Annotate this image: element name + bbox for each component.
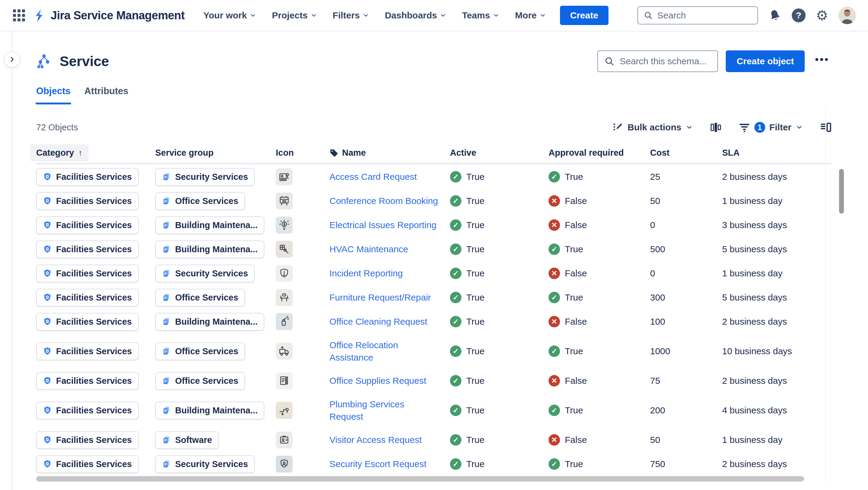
category-chip[interactable]: Facilities Services	[36, 372, 138, 390]
table-row: Facilities ServicesOffice ServicesOffice…	[36, 334, 832, 369]
service-group-chip[interactable]: Office Services	[155, 192, 245, 210]
service-group-chip[interactable]: Security Services	[155, 455, 255, 473]
category-chip[interactable]: Facilities Services	[36, 342, 138, 360]
sla-value: 10 business days	[722, 346, 792, 356]
sla-value: 1 business day	[722, 268, 782, 279]
create-button[interactable]: Create	[560, 6, 609, 25]
user-avatar[interactable]	[838, 7, 856, 24]
expand-sidebar-button[interactable]	[4, 51, 20, 67]
object-name-link[interactable]: Visitor Access Request	[330, 434, 422, 446]
page-title: Service	[60, 53, 109, 69]
sla-value: 2 business days	[722, 317, 787, 327]
column-header-cost[interactable]: Cost	[650, 148, 722, 158]
object-name-link[interactable]: Security Escort Request	[330, 458, 427, 470]
app-switcher-icon[interactable]	[12, 8, 26, 22]
more-options-icon[interactable]: •••	[812, 53, 832, 69]
cost-value: 100	[650, 317, 665, 327]
nav-item-dashboards[interactable]: Dashboards	[385, 10, 446, 21]
category-chip[interactable]: Facilities Services	[36, 240, 138, 258]
nav-item-teams[interactable]: Teams	[462, 10, 499, 21]
tab-attributes[interactable]: Attributes	[84, 86, 128, 105]
detail-view-icon[interactable]	[820, 121, 832, 133]
service-group-chip[interactable]: Building Maintena...	[155, 240, 264, 258]
documents-icon	[162, 196, 171, 205]
x-circle-icon: ✕	[549, 375, 560, 386]
category-chip[interactable]: Facilities Services	[36, 289, 138, 307]
object-name-link[interactable]: Plumbing Services Request	[330, 398, 404, 423]
bulk-actions-button[interactable]: Bulk actions	[613, 122, 692, 133]
service-group-label: Security Services	[175, 268, 248, 279]
service-group-chip[interactable]: Building Maintena...	[155, 217, 264, 234]
object-name-link[interactable]: Furniture Request/Repair	[330, 291, 431, 304]
category-chip[interactable]: Facilities Services	[36, 192, 138, 210]
nav-item-projects[interactable]: Projects	[272, 10, 317, 21]
schema-search-input[interactable]: Search this schema...	[597, 50, 718, 72]
product-logo[interactable]: Jira Service Management	[33, 8, 185, 22]
schema-search-placeholder: Search this schema...	[620, 56, 707, 66]
create-object-button[interactable]: Create object	[726, 50, 805, 72]
sla-value: 5 business days	[722, 244, 787, 254]
column-header-service-group[interactable]: Service group	[155, 148, 276, 158]
x-circle-icon: ✕	[549, 219, 560, 231]
plumbing-icon	[276, 402, 293, 419]
settings-gear-icon[interactable]: ⚙	[816, 8, 828, 22]
x-circle-icon: ✕	[549, 195, 560, 207]
service-group-chip[interactable]: Software	[155, 431, 218, 449]
nav-item-your-work[interactable]: Your work	[204, 10, 256, 21]
object-name-link[interactable]: Access Card Request	[330, 171, 417, 183]
horizontal-scrollbar[interactable]	[36, 476, 804, 482]
service-group-chip[interactable]: Building Maintena...	[155, 313, 264, 331]
category-label: Facilities Services	[56, 405, 132, 415]
object-name-link[interactable]: Incident Reporting	[330, 267, 403, 279]
category-chip[interactable]: Facilities Services	[36, 265, 138, 282]
service-group-chip[interactable]: Building Maintena...	[155, 402, 264, 420]
object-name-link[interactable]: Office Supplies Request	[330, 374, 426, 387]
check-circle-icon: ✓	[450, 195, 461, 207]
category-chip[interactable]: Facilities Services	[36, 217, 138, 234]
object-name-link[interactable]: Office Relocation Assistance	[330, 339, 398, 364]
service-group-chip[interactable]: Office Services	[155, 289, 245, 307]
active-value: True	[466, 459, 485, 469]
shield-icon	[43, 221, 52, 230]
filter-button[interactable]: 1 Filter	[739, 122, 803, 133]
check-circle-icon: ✓	[549, 292, 560, 303]
category-chip[interactable]: Facilities Services	[36, 455, 138, 473]
x-circle-icon: ✕	[549, 268, 560, 279]
nav-item-filters[interactable]: Filters	[333, 10, 369, 21]
column-header-approval-required[interactable]: Approval required	[549, 148, 650, 158]
approval-value: True	[565, 459, 583, 469]
category-chip[interactable]: Facilities Services	[36, 431, 138, 449]
global-search-input[interactable]: Search	[638, 6, 758, 24]
object-name-link[interactable]: Electrical Issues Reporting	[330, 219, 436, 231]
approval-value: False	[565, 317, 587, 327]
column-header-name[interactable]: Name	[330, 148, 450, 158]
check-circle-icon: ✓	[450, 268, 461, 279]
cost-value: 1000	[650, 346, 670, 356]
nav-item-more[interactable]: More	[515, 10, 546, 21]
category-chip[interactable]: Facilities Services	[36, 402, 138, 420]
column-header-category[interactable]: Category↑	[36, 144, 155, 162]
object-name-link[interactable]: Office Cleaning Request	[330, 315, 427, 328]
column-header-sla[interactable]: SLA	[722, 148, 832, 158]
category-chip[interactable]: Facilities Services	[36, 313, 138, 331]
help-icon[interactable]: ?	[792, 8, 806, 22]
service-group-chip[interactable]: Office Services	[155, 372, 245, 390]
service-group-chip[interactable]: Office Services	[155, 342, 245, 360]
column-header-icon[interactable]: Icon	[276, 148, 330, 158]
column-header-active[interactable]: Active	[450, 148, 549, 158]
visitor-icon	[276, 431, 293, 449]
table-row: Facilities ServicesBuilding Maintena...O…	[36, 310, 832, 334]
notifications-bell-icon[interactable]	[768, 9, 781, 22]
furniture-icon	[276, 289, 293, 306]
check-circle-icon: ✓	[450, 405, 461, 416]
category-chip[interactable]: Facilities Services	[36, 168, 138, 186]
object-name-link[interactable]: Conference Room Booking	[330, 195, 438, 207]
vertical-scrollbar[interactable]	[839, 169, 844, 213]
jsm-bolt-icon	[33, 8, 46, 22]
service-group-chip[interactable]: Security Services	[155, 265, 255, 282]
service-group-chip[interactable]: Security Services	[155, 168, 255, 186]
active-value: True	[466, 405, 485, 415]
tab-objects[interactable]: Objects	[36, 86, 70, 105]
board-view-icon[interactable]	[710, 121, 722, 133]
object-name-link[interactable]: HVAC Maintenance	[330, 243, 408, 255]
